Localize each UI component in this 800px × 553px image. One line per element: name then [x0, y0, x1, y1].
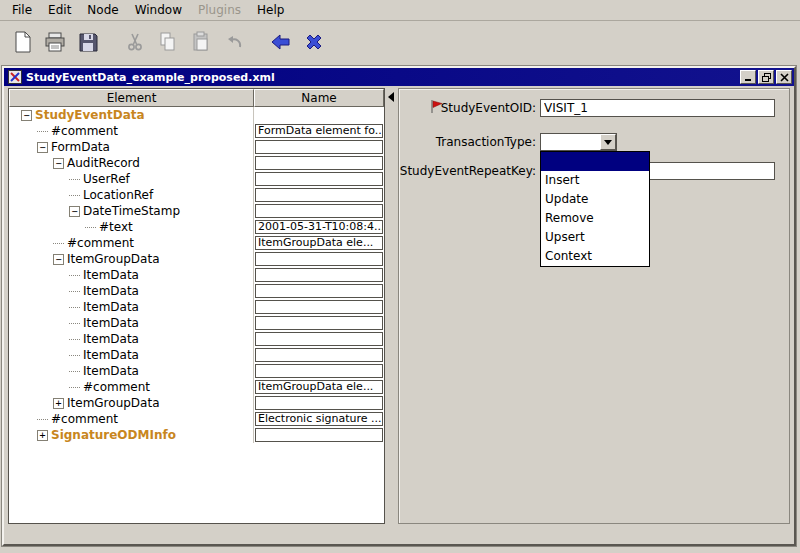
- collapse-toggle-icon[interactable]: −: [21, 110, 32, 121]
- new-document-icon[interactable]: [8, 28, 36, 56]
- menu-file[interactable]: File: [4, 1, 40, 19]
- tree-row[interactable]: #commentItemGroupData ele...: [9, 235, 384, 251]
- tree-connector: [53, 243, 64, 244]
- collapse-toggle-icon[interactable]: −: [53, 254, 64, 265]
- expand-toggle-icon[interactable]: +: [53, 398, 64, 409]
- dropdown-option-insert[interactable]: Insert: [541, 171, 649, 190]
- name-cell[interactable]: 2001-05-31-T10:08:4...: [255, 220, 383, 234]
- tree-node-label: ItemData: [83, 332, 139, 346]
- collapse-toggle-icon[interactable]: −: [37, 142, 48, 153]
- tree-row[interactable]: −StudyEventData: [9, 107, 384, 123]
- tree-row[interactable]: ItemData: [9, 315, 384, 331]
- tree-node-label: #comment: [67, 236, 134, 250]
- name-cell[interactable]: FormData element fo...: [255, 124, 383, 138]
- transactiontype-combobox[interactable]: [540, 133, 617, 151]
- close-icon: [780, 73, 789, 82]
- menu-node[interactable]: Node: [79, 1, 126, 19]
- collapse-toggle-icon[interactable]: −: [53, 158, 64, 169]
- tree-row[interactable]: LocationRef: [9, 187, 384, 203]
- tree-row[interactable]: UserRef: [9, 171, 384, 187]
- menu-window[interactable]: Window: [127, 1, 190, 19]
- tree-connector: [69, 179, 80, 180]
- tree-row[interactable]: −DateTimeStamp: [9, 203, 384, 219]
- tree-row[interactable]: −AuditRecord: [9, 155, 384, 171]
- name-cell[interactable]: [255, 364, 383, 378]
- name-cell[interactable]: [255, 188, 383, 202]
- tree-node-label: SignatureODMInfo: [51, 428, 176, 442]
- tree-row[interactable]: #commentElectronic signature ...: [9, 411, 384, 427]
- splitter[interactable]: [385, 88, 398, 524]
- name-cell[interactable]: [255, 172, 383, 186]
- tree-node-label: ItemData: [83, 316, 139, 330]
- name-cell[interactable]: Electronic signature ...: [255, 412, 383, 426]
- tree-row[interactable]: ItemData: [9, 283, 384, 299]
- menu-plugins: Plugins: [190, 1, 249, 19]
- name-cell[interactable]: [255, 204, 383, 218]
- tree-row[interactable]: ItemData: [9, 347, 384, 363]
- name-cell[interactable]: [255, 428, 383, 442]
- tree-node-label: #comment: [83, 380, 150, 394]
- save-icon[interactable]: [74, 28, 102, 56]
- print-icon[interactable]: [41, 28, 69, 56]
- name-cell[interactable]: [255, 140, 383, 154]
- close-x-icon[interactable]: [300, 28, 328, 56]
- app-icon: [8, 70, 22, 84]
- collapse-toggle-icon[interactable]: −: [69, 206, 80, 217]
- tree-row[interactable]: ItemData: [9, 299, 384, 315]
- tree-row[interactable]: −FormData: [9, 139, 384, 155]
- name-cell[interactable]: ItemGroupData ele...: [255, 236, 383, 250]
- name-cell[interactable]: [255, 252, 383, 266]
- name-cell[interactable]: [255, 300, 383, 314]
- xml-tree-panel: Element Name −StudyEventData#commentForm…: [8, 88, 385, 524]
- splitter-collapse-arrow-icon[interactable]: [388, 92, 394, 102]
- minimize-button[interactable]: [740, 70, 756, 84]
- name-cell[interactable]: [255, 348, 383, 362]
- dropdown-option-remove[interactable]: Remove: [541, 209, 649, 228]
- restore-icon: [762, 73, 771, 82]
- tree-rows: −StudyEventData#commentFormData element …: [9, 107, 384, 443]
- studyeventoid-input[interactable]: [540, 99, 775, 117]
- tree-node-label: UserRef: [83, 172, 130, 186]
- column-header-element[interactable]: Element: [9, 89, 254, 107]
- back-arrow-icon[interactable]: [267, 28, 295, 56]
- tree-row[interactable]: ItemData: [9, 331, 384, 347]
- tree-row[interactable]: #commentFormData element fo...: [9, 123, 384, 139]
- tree-row[interactable]: ItemData: [9, 267, 384, 283]
- tree-connector: [69, 339, 80, 340]
- dropdown-option-upsert[interactable]: Upsert: [541, 228, 649, 247]
- document-titlebar[interactable]: StudyEventData_example_proposed.xml: [4, 68, 794, 86]
- tree-node-label: ItemData: [83, 284, 139, 298]
- combo-dropdown-button[interactable]: [600, 134, 616, 150]
- tree-node-label: ItemData: [83, 268, 139, 282]
- restore-button[interactable]: [758, 70, 774, 84]
- tree-row[interactable]: ItemData: [9, 363, 384, 379]
- name-cell[interactable]: [255, 396, 383, 410]
- tree-row[interactable]: +ItemGroupData: [9, 395, 384, 411]
- tree-node-label: #comment: [51, 124, 118, 138]
- menu-edit[interactable]: Edit: [40, 1, 79, 19]
- menu-help[interactable]: Help: [249, 1, 292, 19]
- document-content: Element Name −StudyEventData#commentForm…: [4, 86, 794, 546]
- name-cell[interactable]: ItemGroupData ele...: [255, 380, 383, 394]
- transactiontype-dropdown-list: InsertUpdateRemoveUpsertContext: [540, 151, 650, 267]
- tree-row[interactable]: #text2001-05-31-T10:08:4...: [9, 219, 384, 235]
- dropdown-option-context[interactable]: Context: [541, 247, 649, 266]
- tree-row[interactable]: +SignatureODMInfo: [9, 427, 384, 443]
- dropdown-option-update[interactable]: Update: [541, 190, 649, 209]
- tree-row[interactable]: #commentItemGroupData ele...: [9, 379, 384, 395]
- tree-node-label: FormData: [51, 140, 110, 154]
- expand-toggle-icon[interactable]: +: [37, 430, 48, 441]
- attribute-form-panel: StudyEventOID: TransactionType: StudyEve…: [398, 88, 790, 524]
- name-cell[interactable]: [255, 332, 383, 346]
- transactiontype-label: TransactionType:: [399, 135, 536, 149]
- name-cell[interactable]: [255, 156, 383, 170]
- name-cell[interactable]: [255, 284, 383, 298]
- dropdown-option-blank[interactable]: [541, 152, 649, 171]
- tree-node-label: DateTimeStamp: [83, 204, 180, 218]
- close-button[interactable]: [776, 70, 792, 84]
- tree-row[interactable]: −ItemGroupData: [9, 251, 384, 267]
- document-window: StudyEventData_example_proposed.xml Elem…: [2, 66, 796, 546]
- name-cell[interactable]: [255, 268, 383, 282]
- name-cell[interactable]: [255, 316, 383, 330]
- column-header-name[interactable]: Name: [254, 89, 384, 107]
